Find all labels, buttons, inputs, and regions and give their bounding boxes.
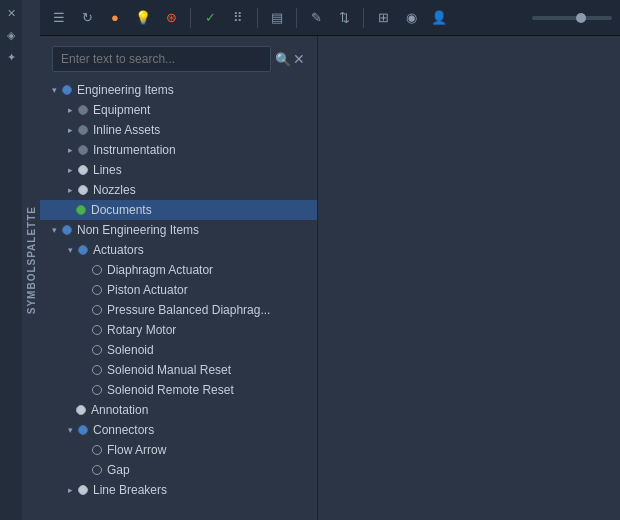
divider-4 xyxy=(363,8,364,28)
search-clear-icon[interactable]: ✕ xyxy=(293,51,305,67)
dot-pressure xyxy=(92,305,102,315)
check-icon[interactable]: ✓ xyxy=(199,7,221,29)
tree-item-equipment[interactable]: ▸ Equipment xyxy=(40,100,317,120)
left-tool-1[interactable]: ✕ xyxy=(2,4,20,22)
tree-item-non-engineering[interactable]: ▾ Non Engineering Items xyxy=(40,220,317,240)
left-toolbar: ✕ ◈ ✦ xyxy=(0,0,22,520)
label-documents: Documents xyxy=(91,203,152,217)
label-solenoid-manual: Solenoid Manual Reset xyxy=(107,363,231,377)
left-tool-3[interactable]: ✦ xyxy=(2,48,20,66)
label-non-engineering: Non Engineering Items xyxy=(77,223,199,237)
tree-item-annotation[interactable]: Annotation xyxy=(40,400,317,420)
pencil-icon[interactable]: ✎ xyxy=(305,7,327,29)
label-annotation: Annotation xyxy=(91,403,148,417)
label-piston-actuator: Piston Actuator xyxy=(107,283,188,297)
special-icon[interactable]: ⊛ xyxy=(160,7,182,29)
dot-annotation xyxy=(76,405,86,415)
label-gap: Gap xyxy=(107,463,130,477)
zoom-slider-thumb xyxy=(576,13,586,23)
dot-solenoid-manual xyxy=(92,365,102,375)
chevron-engineering-items: ▾ xyxy=(48,84,60,96)
dot-lines xyxy=(78,165,88,175)
dot-solenoid-remote xyxy=(92,385,102,395)
chevron-actuators: ▾ xyxy=(64,244,76,256)
tree-item-actuators[interactable]: ▾ Actuators xyxy=(40,240,317,260)
chevron-line-breakers: ▸ xyxy=(64,484,76,496)
dot-instrumentation xyxy=(78,145,88,155)
label-equipment: Equipment xyxy=(93,103,150,117)
panel-area: 🔍 ✕ ▾ Engineering Items ▸ Equipment ▸ xyxy=(40,36,620,520)
tree-item-connectors[interactable]: ▾ Connectors xyxy=(40,420,317,440)
visibility-icon[interactable]: ◉ xyxy=(400,7,422,29)
grid-dots-icon[interactable]: ⠿ xyxy=(227,7,249,29)
tree-item-engineering-items[interactable]: ▾ Engineering Items xyxy=(40,80,317,100)
label-lines: Lines xyxy=(93,163,122,177)
label-flow-arrow: Flow Arrow xyxy=(107,443,166,457)
chevron-instrumentation: ▸ xyxy=(64,144,76,156)
label-actuators: Actuators xyxy=(93,243,144,257)
tree-item-diaphragm-actuator[interactable]: Diaphragm Actuator xyxy=(40,260,317,280)
dot-engineering-items xyxy=(62,85,72,95)
tree-item-solenoid-remote[interactable]: Solenoid Remote Reset xyxy=(40,380,317,400)
dot-piston xyxy=(92,285,102,295)
tree-item-rotary-motor[interactable]: Rotary Motor xyxy=(40,320,317,340)
dot-documents xyxy=(76,205,86,215)
brush-icon[interactable]: ● xyxy=(104,7,126,29)
zoom-slider[interactable] xyxy=(532,16,612,20)
label-pressure-balanced: Pressure Balanced Diaphrag... xyxy=(107,303,270,317)
chevron-lines: ▸ xyxy=(64,164,76,176)
label-rotary-motor: Rotary Motor xyxy=(107,323,176,337)
dot-line-breakers xyxy=(78,485,88,495)
label-connectors: Connectors xyxy=(93,423,154,437)
search-icon[interactable]: 🔍 xyxy=(275,52,291,67)
dot-actuators xyxy=(78,245,88,255)
tree-item-nozzles[interactable]: ▸ Nozzles xyxy=(40,180,317,200)
tree-item-instrumentation[interactable]: ▸ Instrumentation xyxy=(40,140,317,160)
chevron-nozzles: ▸ xyxy=(64,184,76,196)
dot-inline-assets xyxy=(78,125,88,135)
label-inline-assets: Inline Assets xyxy=(93,123,160,137)
tree-item-pressure-balanced[interactable]: Pressure Balanced Diaphrag... xyxy=(40,300,317,320)
left-tool-2[interactable]: ◈ xyxy=(2,26,20,44)
label-line-breakers: Line Breakers xyxy=(93,483,167,497)
layers-icon[interactable]: ⊞ xyxy=(372,7,394,29)
dot-connectors xyxy=(78,425,88,435)
tree-item-solenoid-manual[interactable]: Solenoid Manual Reset xyxy=(40,360,317,380)
bulb-icon[interactable]: 💡 xyxy=(132,7,154,29)
tree-item-documents[interactable]: Documents xyxy=(40,200,317,220)
search-bar: 🔍 ✕ xyxy=(40,36,317,80)
tree-item-line-breakers[interactable]: ▸ Line Breakers xyxy=(40,480,317,500)
refresh-icon[interactable]: ↻ xyxy=(76,7,98,29)
list-view-icon[interactable]: ▤ xyxy=(266,7,288,29)
label-engineering-items: Engineering Items xyxy=(77,83,174,97)
chevron-equipment: ▸ xyxy=(64,104,76,116)
vertical-label: SYMBOLSPALETTE xyxy=(26,206,37,314)
label-solenoid-remote: Solenoid Remote Reset xyxy=(107,383,234,397)
main-area: ☰ ↻ ● 💡 ⊛ ✓ ⠿ ▤ ✎ ⇅ ⊞ ◉ 👤 🔍 ✕ xyxy=(40,0,620,520)
symbol-tree: ▾ Engineering Items ▸ Equipment ▸ Inline… xyxy=(40,80,317,520)
sort-icon[interactable]: ⇅ xyxy=(333,7,355,29)
dot-solenoid xyxy=(92,345,102,355)
tree-item-flow-arrow[interactable]: Flow Arrow xyxy=(40,440,317,460)
label-nozzles: Nozzles xyxy=(93,183,136,197)
dot-equipment xyxy=(78,105,88,115)
tree-item-lines[interactable]: ▸ Lines xyxy=(40,160,317,180)
dot-non-engineering xyxy=(62,225,72,235)
tree-item-piston-actuator[interactable]: Piston Actuator xyxy=(40,280,317,300)
symbol-palette-panel: 🔍 ✕ ▾ Engineering Items ▸ Equipment ▸ xyxy=(40,36,318,520)
label-instrumentation: Instrumentation xyxy=(93,143,176,157)
slider-area xyxy=(532,16,612,20)
tree-item-gap[interactable]: Gap xyxy=(40,460,317,480)
label-solenoid: Solenoid xyxy=(107,343,154,357)
divider-2 xyxy=(257,8,258,28)
tree-item-inline-assets[interactable]: ▸ Inline Assets xyxy=(40,120,317,140)
label-diaphragm-actuator: Diaphragm Actuator xyxy=(107,263,213,277)
dot-flow xyxy=(92,445,102,455)
search-input[interactable] xyxy=(52,46,271,72)
canvas-area[interactable] xyxy=(318,36,620,520)
dot-nozzles xyxy=(78,185,88,195)
tree-item-solenoid[interactable]: Solenoid xyxy=(40,340,317,360)
divider-1 xyxy=(190,8,191,28)
user-icon[interactable]: 👤 xyxy=(428,7,450,29)
menu-icon[interactable]: ☰ xyxy=(48,7,70,29)
